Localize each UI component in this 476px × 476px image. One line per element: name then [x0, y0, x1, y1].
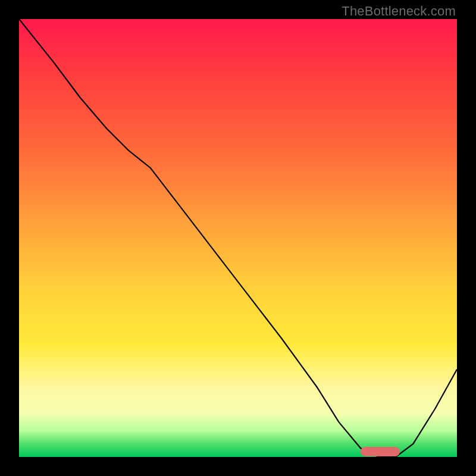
plot-area: [19, 19, 457, 457]
watermark-label: TheBottleneck.com: [342, 4, 456, 19]
chart-frame: TheBottleneck.com: [0, 0, 476, 476]
optimal-range-marker: [361, 447, 400, 456]
bottleneck-curve: [19, 19, 457, 457]
